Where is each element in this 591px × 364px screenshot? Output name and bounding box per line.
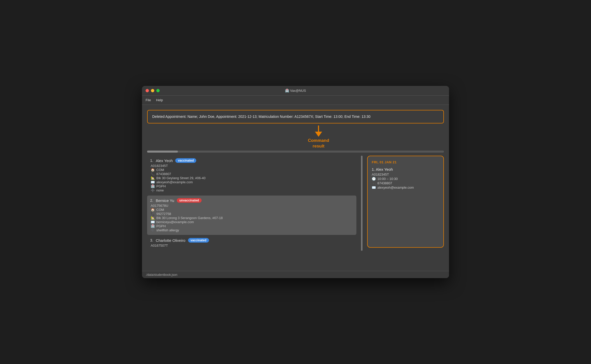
- app-title: 🏥 Vax@NUS: [285, 89, 306, 93]
- building-icon-2: 🏠: [151, 208, 155, 212]
- down-arrow-icon: [314, 126, 323, 137]
- student-card-3[interactable]: 3. Charlotte Oliveiro vaccinated A016750…: [147, 235, 356, 250]
- appt-email-icon: ✉️: [372, 186, 376, 189]
- student-1-matric: A0182345T: [150, 164, 353, 168]
- close-button[interactable]: [146, 89, 149, 92]
- command-result-label-line2: result: [313, 143, 324, 149]
- phone-icon-2: 📞: [151, 212, 155, 216]
- student-1-name: Alex Yeoh: [156, 158, 173, 163]
- phone-icon-1: 📞: [151, 172, 155, 176]
- student-1-phone: 📞 87438807: [150, 172, 353, 176]
- appointment-email: ✉️ alexyeoh@example.com: [372, 186, 439, 189]
- title-bar: 🏥 Vax@NUS: [142, 86, 449, 96]
- student-2-faculty: 🏠 COM: [150, 208, 353, 212]
- condition-icon-1: ➕: [151, 188, 155, 192]
- student-2-address: 🏡 Blk 30 Lorong 3 Serangoon Gardens, #07…: [150, 216, 353, 220]
- student-card-1[interactable]: 1. Alex Yeoh vaccinated A0182345T 🏠 COM …: [147, 156, 356, 195]
- command-result-label-line1: Command: [308, 138, 329, 143]
- hospital-icon-2: 🏥: [151, 224, 155, 228]
- student-2-email: ✉️ berniceyu@example.com: [150, 220, 353, 224]
- hospital-icon-1: 🏥: [151, 184, 155, 188]
- command-output-text: Deleted Appointment: Name; John Doe, App…: [152, 115, 370, 119]
- student-2-matric: A0175678U: [150, 204, 353, 208]
- student-1-condition: ➕ none: [150, 188, 353, 192]
- student-1-badge: vaccinated: [175, 158, 196, 163]
- student-2-vax-center: 🏥 PGPH: [150, 224, 353, 228]
- student-3-matric: A0167507T: [150, 244, 353, 247]
- student-2-condition: ➕ shellfish allergy: [150, 228, 353, 232]
- main-content: 1. Alex Yeoh vaccinated A0182345T 🏠 COM …: [147, 156, 444, 251]
- student-card-2[interactable]: 2. Bernice Yu unvaccinated A0175678U 🏠 C…: [147, 196, 356, 235]
- building-icon-1: 🏠: [151, 168, 155, 172]
- student-list[interactable]: 1. Alex Yeoh vaccinated A0182345T 🏠 COM …: [147, 156, 356, 251]
- student-3-number: 3.: [150, 238, 153, 242]
- app-body: Deleted Appointment: Name; John Doe, App…: [142, 105, 449, 271]
- condition-icon-2: ➕: [151, 228, 155, 232]
- clock-icon: 🕐: [372, 177, 376, 181]
- email-icon-1: ✉️: [151, 180, 155, 184]
- student-1-vax-center: 🏥 PGPH: [150, 184, 353, 188]
- title-icon: 🏥: [285, 89, 290, 93]
- vertical-divider: [361, 156, 363, 251]
- student-2-name: Bernice Yu: [156, 198, 174, 203]
- student-1-address: 🏡 Blk 30 Geylang Street 29, #06-40: [150, 176, 353, 180]
- appointment-matric: A0182345T: [372, 173, 439, 176]
- main-window: 🏥 Vax@NUS File Help Deleted Appointment:…: [142, 86, 449, 278]
- student-1-number: 1.: [150, 158, 153, 163]
- appointment-panel: FRI, 01 JAN 21 1. Alex Yeoh A0182345T 🕐 …: [367, 156, 444, 251]
- status-path: ./data/studentbook.json: [146, 273, 177, 277]
- student-3-badge: vaccinated: [188, 238, 209, 243]
- arrow-block: Command result: [308, 126, 329, 149]
- status-bar: ./data/studentbook.json: [142, 271, 449, 278]
- menu-bar: File Help: [142, 96, 449, 105]
- traffic-lights: [146, 89, 160, 92]
- svg-marker-1: [315, 132, 322, 137]
- appointment-date: FRI, 01 JAN 21: [372, 160, 439, 164]
- appointment-card: FRI, 01 JAN 21 1. Alex Yeoh A0182345T 🕐 …: [367, 156, 444, 248]
- maximize-button[interactable]: [156, 89, 160, 92]
- arrow-container: Command result: [147, 123, 444, 151]
- home-icon-2: 🏡: [151, 216, 155, 220]
- student-1-faculty: 🏠 COM: [150, 168, 353, 172]
- appointment-patient-name: 1. Alex Yeoh: [372, 167, 439, 172]
- menu-help[interactable]: Help: [156, 98, 163, 102]
- email-icon-2: ✉️: [151, 220, 155, 224]
- scrollbar-area[interactable]: [147, 151, 444, 153]
- menu-file[interactable]: File: [146, 98, 151, 102]
- student-1-email: ✉️ alexyeoh@example.com: [150, 180, 353, 184]
- appt-phone-icon: 📞: [372, 181, 376, 185]
- minimize-button[interactable]: [151, 89, 154, 92]
- student-2-number: 2.: [150, 198, 153, 202]
- matric-text-1: A0182345T: [151, 164, 168, 168]
- student-3-name: Charlotte Oliveiro: [156, 238, 185, 243]
- command-output-box: Deleted Appointment: Name; John Doe, App…: [147, 110, 444, 123]
- scrollbar-thumb[interactable]: [147, 151, 178, 153]
- home-icon-1: 🏡: [151, 176, 155, 180]
- student-2-badge: unvaccinated: [177, 198, 202, 203]
- appointment-time: 🕐 10:00 – 10:30: [372, 177, 439, 181]
- appointment-phone: 📞 87438807: [372, 181, 439, 185]
- student-2-phone: 📞 99272758: [150, 212, 353, 216]
